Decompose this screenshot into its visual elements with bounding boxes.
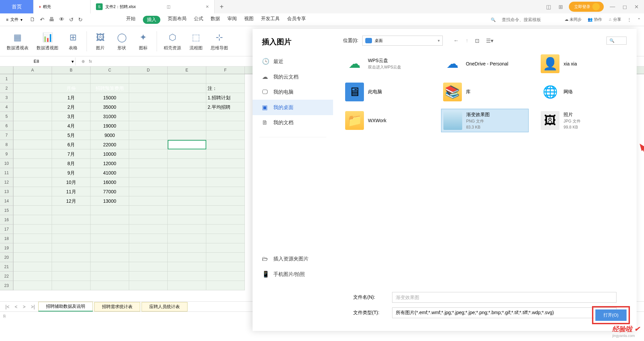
cell[interactable] bbox=[129, 102, 168, 112]
menu-start[interactable]: 开始 bbox=[126, 16, 136, 24]
cell[interactable] bbox=[168, 121, 206, 131]
mode-icon[interactable]: ⎘ bbox=[3, 314, 6, 319]
login-button[interactable]: 立即登录 bbox=[569, 2, 604, 12]
cell[interactable] bbox=[168, 262, 206, 272]
minimize-icon[interactable]: — bbox=[608, 4, 616, 10]
cell[interactable] bbox=[206, 272, 245, 281]
cell[interactable] bbox=[168, 187, 206, 196]
cell[interactable] bbox=[13, 281, 52, 290]
row-header[interactable]: 10 bbox=[0, 159, 13, 168]
row-header[interactable]: 1 bbox=[0, 74, 13, 84]
cell[interactable] bbox=[206, 196, 245, 206]
menu-layout[interactable]: 页面布局 bbox=[168, 16, 186, 24]
cell[interactable]: 13000 bbox=[91, 196, 129, 206]
cell[interactable] bbox=[206, 225, 245, 234]
maximize-icon[interactable]: ◻ bbox=[621, 4, 628, 10]
col-header[interactable]: B bbox=[52, 66, 91, 74]
cell[interactable] bbox=[168, 140, 206, 149]
menu-dev[interactable]: 开发工具 bbox=[261, 16, 280, 24]
row-header[interactable]: 3 bbox=[0, 93, 13, 102]
menu-view[interactable]: 视图 bbox=[244, 16, 254, 24]
file-item-library[interactable]: 📚库 bbox=[441, 81, 529, 103]
cell[interactable] bbox=[13, 196, 52, 206]
cell[interactable]: 11月 bbox=[52, 187, 91, 196]
cell[interactable]: 5月 bbox=[52, 131, 91, 140]
cell[interactable] bbox=[168, 102, 206, 112]
cell[interactable]: 12000 bbox=[91, 159, 129, 168]
cell[interactable]: 16000 bbox=[91, 178, 129, 187]
cell[interactable] bbox=[206, 121, 245, 131]
cell[interactable] bbox=[206, 187, 245, 196]
ribbon-picture[interactable]: 🖼图片 bbox=[91, 32, 110, 51]
sidebar-pc[interactable]: 🖵我的电脑 bbox=[253, 85, 333, 100]
file-item-gradient[interactable]: 渐变效果图PNG 文件83.3 KB bbox=[441, 109, 529, 132]
row-header[interactable]: 4 bbox=[0, 102, 13, 112]
row-header[interactable]: 9 bbox=[0, 149, 13, 159]
collab-icon[interactable]: 👥 协作 bbox=[588, 17, 602, 22]
cell[interactable] bbox=[91, 74, 129, 84]
sheet-tab[interactable]: 招聘需求统计表 bbox=[94, 302, 140, 311]
file-item-wxwork[interactable]: 📁WXWork bbox=[343, 109, 431, 132]
redo-icon[interactable]: ↻ bbox=[78, 16, 83, 23]
row-header[interactable]: 2 bbox=[0, 84, 13, 93]
sidebar-docs[interactable]: 🗎我的文档 bbox=[253, 115, 333, 130]
cell[interactable]: 19000 bbox=[91, 121, 129, 131]
preview-icon[interactable]: 👁 bbox=[59, 16, 64, 23]
row-header[interactable]: 15 bbox=[0, 206, 13, 215]
cell[interactable] bbox=[52, 225, 91, 234]
row-header[interactable]: 7 bbox=[0, 131, 13, 140]
cell[interactable]: 7月 bbox=[52, 149, 91, 159]
cell[interactable] bbox=[129, 196, 168, 206]
row-header[interactable]: 22 bbox=[0, 272, 13, 281]
cell[interactable] bbox=[168, 272, 206, 281]
cell[interactable] bbox=[129, 243, 168, 253]
sheet-tab[interactable]: 应聘人员统计表 bbox=[142, 302, 187, 311]
cell[interactable] bbox=[129, 168, 168, 178]
cell[interactable] bbox=[52, 272, 91, 281]
up-icon[interactable]: ↑ bbox=[466, 38, 468, 44]
menu-review[interactable]: 审阅 bbox=[227, 16, 237, 24]
ribbon-table[interactable]: ⊞表格 bbox=[64, 32, 83, 51]
file-item-user[interactable]: 👤xia xia bbox=[539, 52, 627, 75]
cell[interactable] bbox=[52, 253, 91, 262]
cell[interactable] bbox=[129, 74, 168, 84]
cell[interactable] bbox=[129, 131, 168, 140]
cell[interactable] bbox=[168, 74, 206, 84]
menu-data[interactable]: 数据 bbox=[211, 16, 220, 24]
menu-formula[interactable]: 公式 bbox=[194, 16, 203, 24]
cell[interactable] bbox=[206, 234, 245, 243]
cell[interactable] bbox=[206, 215, 245, 225]
cell[interactable]: 4月 bbox=[52, 121, 91, 131]
search-button[interactable]: 🔍 bbox=[606, 37, 627, 45]
cell[interactable]: 8月 bbox=[52, 159, 91, 168]
col-header[interactable]: E bbox=[168, 66, 206, 74]
cell[interactable] bbox=[91, 206, 129, 215]
row-header[interactable]: 18 bbox=[0, 234, 13, 243]
back-icon[interactable]: ← bbox=[453, 38, 459, 44]
window-close-icon[interactable]: ✕ bbox=[633, 4, 640, 10]
cell[interactable] bbox=[52, 74, 91, 84]
cell[interactable] bbox=[206, 140, 245, 149]
close-icon[interactable]: ✕ bbox=[206, 4, 209, 9]
menu-vip[interactable]: 会员专享 bbox=[287, 16, 306, 24]
sidebar-resource[interactable]: 🗁插入资源夹图片 bbox=[253, 251, 333, 266]
search-icon[interactable]: 🔍 bbox=[491, 17, 496, 22]
new-folder-icon[interactable]: ⊡ bbox=[475, 38, 479, 44]
cell[interactable]: 6月 bbox=[52, 140, 91, 149]
sync-icon[interactable]: ☁ 未同步 bbox=[565, 17, 582, 22]
cell[interactable] bbox=[168, 281, 206, 290]
cell[interactable]: 41000 bbox=[91, 168, 129, 178]
tab-docer[interactable]: ♦ 稻壳 bbox=[34, 0, 91, 13]
cell[interactable] bbox=[129, 121, 168, 131]
cell[interactable] bbox=[129, 93, 168, 102]
row-header[interactable]: 23 bbox=[0, 281, 13, 290]
share-icon[interactable]: ⛬ 分享 bbox=[608, 17, 621, 22]
cell[interactable] bbox=[206, 206, 245, 215]
cell[interactable] bbox=[168, 196, 206, 206]
cell[interactable] bbox=[91, 243, 129, 253]
sheet-tab[interactable]: 招聘辅助数据及说明 bbox=[38, 302, 93, 311]
fx-label[interactable]: fx bbox=[89, 59, 92, 64]
name-box[interactable]: ▾ bbox=[0, 57, 75, 65]
filetype-input[interactable] bbox=[392, 307, 616, 318]
layout-icon[interactable]: ◫ bbox=[545, 4, 552, 10]
